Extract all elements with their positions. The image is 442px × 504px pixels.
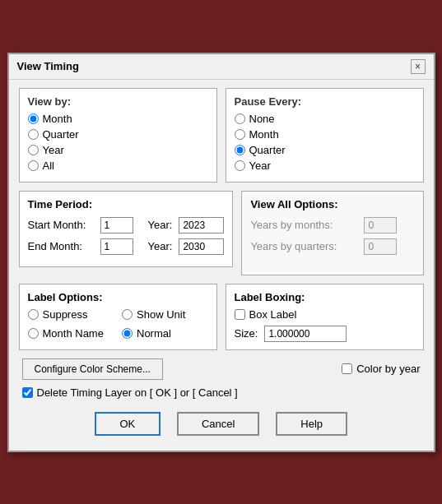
pause-quarter-label[interactable]: Quarter bbox=[249, 144, 286, 156]
start-month-label: Start Month: bbox=[28, 219, 94, 231]
view-by-month-label[interactable]: Month bbox=[43, 113, 72, 125]
start-year-input[interactable] bbox=[179, 217, 224, 234]
pause-every-title: Pause Every: bbox=[235, 95, 415, 108]
pause-none-radio[interactable] bbox=[235, 113, 245, 124]
time-period-panel: Time Period: Start Month: Year: End Mont… bbox=[19, 191, 234, 267]
view-by-all-row: All bbox=[28, 160, 208, 172]
view-by-panel: View by: Month Quarter Year All bbox=[19, 88, 217, 183]
label-options-panel: Label Options: Suppress Show Unit Month … bbox=[19, 284, 217, 350]
pause-every-panel: Pause Every: None Month Quarter Year bbox=[226, 88, 424, 183]
pause-month-radio[interactable] bbox=[235, 129, 245, 140]
label-boxing-panel: Label Boxing: Box Label Size: bbox=[226, 284, 424, 350]
time-period-title: Time Period: bbox=[28, 198, 225, 210]
end-year-input[interactable] bbox=[179, 238, 224, 255]
color-by-year-row: Color by year bbox=[342, 363, 420, 375]
view-by-month-radio[interactable] bbox=[28, 113, 39, 124]
title-bar: View Timing × bbox=[9, 54, 434, 80]
view-by-year-row: Year bbox=[28, 144, 208, 156]
end-month-row: End Month: Year: bbox=[28, 238, 225, 255]
close-button[interactable]: × bbox=[411, 59, 426, 74]
years-by-months-input bbox=[364, 217, 397, 234]
view-by-year-label[interactable]: Year bbox=[43, 144, 64, 156]
show-unit-row: Show Unit bbox=[122, 308, 208, 321]
pause-month-label[interactable]: Month bbox=[249, 128, 279, 141]
pause-month-row: Month bbox=[235, 128, 415, 141]
view-all-title: View All Options: bbox=[250, 198, 414, 210]
size-row: Size: bbox=[235, 326, 415, 342]
month-name-radio[interactable] bbox=[28, 328, 39, 339]
pause-none-row: None bbox=[235, 113, 415, 125]
pause-quarter-radio[interactable] bbox=[235, 145, 245, 155]
configure-color-scheme-button[interactable]: Configure Color Scheme... bbox=[22, 358, 163, 380]
month-name-row: Month Name bbox=[28, 327, 114, 340]
ok-button[interactable]: OK bbox=[95, 412, 161, 436]
cancel-button[interactable]: Cancel bbox=[177, 412, 259, 436]
footer-buttons: OK Cancel Help bbox=[19, 409, 424, 442]
years-by-quarters-row: Years by quarters: bbox=[250, 238, 414, 255]
years-by-quarters-input bbox=[364, 238, 397, 255]
label-boxing-title: Label Boxing: bbox=[235, 291, 415, 303]
start-month-row: Start Month: Year: bbox=[28, 217, 225, 234]
view-by-title: View by: bbox=[28, 95, 208, 108]
dialog-window: View Timing × View by: Month Quarter Yea… bbox=[7, 53, 435, 452]
box-label-label[interactable]: Box Label bbox=[249, 308, 297, 321]
start-year-label: Year: bbox=[148, 219, 173, 231]
delete-timing-checkbox[interactable] bbox=[22, 387, 33, 398]
delete-timing-row: Delete Timing Layer on [ OK ] or [ Cance… bbox=[19, 386, 424, 399]
normal-radio[interactable] bbox=[122, 328, 133, 339]
view-by-year-radio[interactable] bbox=[28, 145, 39, 155]
help-button[interactable]: Help bbox=[276, 412, 347, 436]
delete-timing-label[interactable]: Delete Timing Layer on [ OK ] or [ Cance… bbox=[37, 386, 238, 399]
end-year-label: Year: bbox=[148, 240, 173, 252]
top-panels: View by: Month Quarter Year All bbox=[19, 88, 424, 183]
view-by-quarter-row: Quarter bbox=[28, 128, 208, 141]
size-label: Size: bbox=[235, 327, 258, 340]
view-all-panel: View All Options: Years by months: Years… bbox=[241, 191, 423, 275]
view-by-month-row: Month bbox=[28, 113, 208, 125]
pause-year-label[interactable]: Year bbox=[249, 160, 271, 172]
dialog-title: View Timing bbox=[17, 60, 79, 72]
month-name-label[interactable]: Month Name bbox=[43, 327, 104, 340]
label-options-grid: Suppress Show Unit Month Name Normal bbox=[28, 308, 208, 343]
color-by-year-label[interactable]: Color by year bbox=[356, 363, 420, 375]
years-by-months-row: Years by months: bbox=[250, 217, 414, 234]
box-label-row: Box Label bbox=[235, 308, 415, 321]
box-label-checkbox[interactable] bbox=[235, 309, 245, 320]
label-panels: Label Options: Suppress Show Unit Month … bbox=[19, 284, 424, 350]
view-by-quarter-radio[interactable] bbox=[28, 129, 39, 140]
pause-quarter-row: Quarter bbox=[235, 144, 415, 156]
show-unit-label[interactable]: Show Unit bbox=[137, 308, 185, 321]
size-input[interactable] bbox=[264, 326, 347, 342]
normal-label[interactable]: Normal bbox=[137, 327, 171, 340]
configure-row: Configure Color Scheme... Color by year bbox=[19, 358, 424, 380]
start-month-input[interactable] bbox=[100, 217, 133, 234]
suppress-row: Suppress bbox=[28, 308, 114, 321]
suppress-label[interactable]: Suppress bbox=[43, 308, 88, 321]
pause-year-radio[interactable] bbox=[235, 160, 245, 171]
normal-row: Normal bbox=[122, 327, 208, 340]
pause-none-label[interactable]: None bbox=[249, 113, 275, 125]
time-period-row: Time Period: Start Month: Year: End Mont… bbox=[19, 191, 424, 275]
years-by-months-label: Years by months: bbox=[250, 219, 357, 231]
show-unit-radio[interactable] bbox=[122, 309, 133, 320]
color-by-year-checkbox[interactable] bbox=[342, 363, 352, 374]
suppress-radio[interactable] bbox=[28, 309, 39, 320]
dialog-body: View by: Month Quarter Year All bbox=[9, 80, 434, 451]
end-month-label: End Month: bbox=[28, 240, 94, 252]
view-by-all-label[interactable]: All bbox=[43, 160, 54, 172]
pause-year-row: Year bbox=[235, 160, 415, 172]
years-by-quarters-label: Years by quarters: bbox=[250, 240, 357, 252]
view-by-quarter-label[interactable]: Quarter bbox=[43, 128, 79, 141]
end-month-input[interactable] bbox=[100, 238, 133, 255]
label-options-title: Label Options: bbox=[28, 291, 208, 303]
view-by-all-radio[interactable] bbox=[28, 160, 39, 171]
